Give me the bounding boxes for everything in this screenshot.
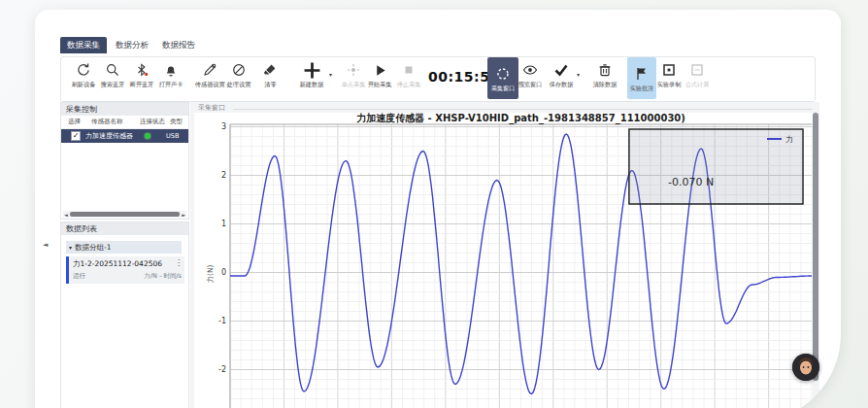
search-icon [105,60,120,80]
data-list-header: 数据列表 [61,222,188,235]
chart-title: 力加速度传感器 - XHSP-V10HID_path_-1981348857_1… [230,112,812,125]
bell-icon [163,60,179,80]
scrollbar-thumb[interactable] [70,212,180,217]
collect-control-header: 采集控制 [61,103,188,116]
svg-text:-0.070 N: -0.070 N [668,176,714,188]
svg-text:2: 2 [221,171,226,180]
page: { "window": { "tabs": [ {"label": "数据采集"… [0,0,868,408]
preview-window-button[interactable]: 预览窗口 [514,60,547,97]
new-data-dropdown-caret-icon[interactable]: ▾ [329,71,332,78]
data-item-title: 力1-2-20251112-042506 [73,259,162,269]
force-time-chart[interactable]: 3210-1-2-0.070 N力 [194,111,816,408]
data-group-row[interactable]: ▾ 数据分组-1 [66,241,182,254]
eraser-icon [262,60,278,80]
col-sensor-name: 传感器名称 [91,118,123,126]
disconnect-bluetooth-button[interactable]: 断开蓝牙 [125,60,158,97]
stop-icon [402,60,416,80]
start-collect-button[interactable]: 开始采集 [363,60,396,97]
sensor-name: 力加速度传感器 [85,131,133,141]
item-menu-icon[interactable]: ⋮ [175,258,183,267]
svg-text:0: 0 [221,268,226,277]
save-data-dropdown-caret-icon[interactable]: ▾ [577,71,580,78]
zero-clear-button[interactable]: 清零 [253,60,286,97]
section-divider [233,109,812,110]
search-bluetooth-button[interactable]: 搜索蓝牙 [96,60,129,97]
play-icon [373,60,387,80]
flag-icon [634,64,650,84]
collect-timer: 00:15:54 [428,69,486,85]
sidebar-horizontal-scrollbar[interactable]: ◄ ► [63,211,186,218]
stop-collect-button[interactable]: 停止采集 [392,60,425,97]
eye-icon [522,60,538,80]
avatar-button[interactable] [792,354,819,381]
single-point-icon [346,60,361,80]
tab-data-collect[interactable]: 数据采集 [60,37,107,53]
formula-calc-button[interactable]: 公式计算 [681,60,714,97]
data-item-meta: 运行 力/N－时间/s [73,272,182,281]
svg-text:1: 1 [221,220,226,228]
collect-control-panel: 采集控制 选择 传感器名称 连接状态 类型 ✓ 力加速度传感器 USB ◄ ► [60,102,189,220]
tab-data-analysis[interactable]: 数据分析 [111,37,153,53]
formula-square-icon [689,60,705,80]
sensor-settings-icon [202,60,217,80]
process-settings-button[interactable]: 处理设置 [222,60,255,97]
new-data-button[interactable]: 新建数据 [295,60,328,97]
sensor-checkbox[interactable]: ✓ [71,131,81,141]
col-type: 类型 [170,118,183,126]
sensor-table-header: 选择 传感器名称 连接状态 类型 [61,116,188,129]
record-square-icon [661,60,677,80]
open-soundcard-button[interactable]: 打开声卡 [154,60,187,97]
sensor-type: USB [166,132,179,140]
scroll-right-arrow-icon[interactable]: ► [182,212,185,218]
col-select: 选择 [68,118,81,126]
chart-vertical-scrollbar[interactable] [813,113,818,381]
avatar-face-icon [792,354,819,381]
y-axis-label: 力(N) [206,245,217,303]
sidebar-collapse-handle-icon[interactable]: ◄ [43,241,48,249]
sensor-settings-button[interactable]: 传感器设置 [193,60,226,97]
svg-text:力: 力 [785,135,793,144]
svg-text:-1: -1 [218,317,226,325]
bluetooth-disconnect-icon [134,60,150,80]
tab-data-report[interactable]: 数据报告 [157,37,200,53]
refresh-icon [76,60,91,80]
item-axes: 力/N－时间/s [144,272,182,281]
app-window: 数据采集 数据分析 数据报告 刷新设备 搜索蓝牙 断开蓝牙 打开声卡 传感器设置… [35,10,841,408]
trash-icon [597,60,613,80]
item-status: 运行 [73,272,85,281]
col-status: 连接状态 [140,118,165,126]
clear-data-button[interactable]: 清除数据 [588,60,621,97]
plus-icon [303,60,321,80]
save-data-button[interactable]: 保存数据 [545,60,578,97]
process-settings-icon [231,60,247,80]
sensor-row[interactable]: ✓ 力加速度传感器 USB [61,129,188,143]
data-list-panel: 数据列表 ▾ 数据分组-1 力1-2-20251112-042506 ⋮ 运行 … [60,221,189,408]
status-dot [145,133,150,139]
scroll-left-arrow-icon[interactable]: ◄ [64,212,68,218]
toolbar: 刷新设备 搜索蓝牙 断开蓝牙 打开声卡 传感器设置 处理设置 清零 新建数据 [60,56,816,102]
svg-text:3: 3 [221,122,226,131]
svg-text:-2: -2 [218,365,226,374]
refresh-device-button[interactable]: 刷新设备 [67,60,100,97]
group-collapse-caret-icon[interactable]: ▾ [69,244,72,251]
check-icon [553,60,569,80]
dashed-circle-icon [495,64,511,84]
data-item[interactable]: 力1-2-20251112-042506 ⋮ 运行 力/N－时间/s [66,256,184,284]
